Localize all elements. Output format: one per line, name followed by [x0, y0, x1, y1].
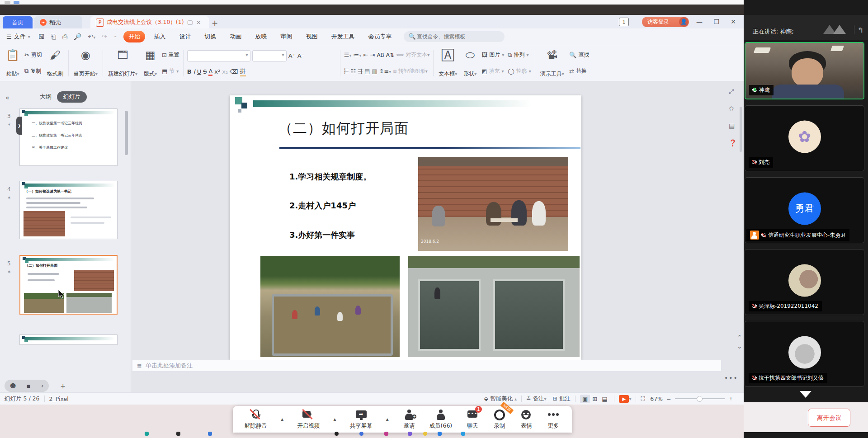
panel-collapse-handle[interactable]: ❯ [16, 117, 22, 135]
indent-icon[interactable]: ⇥ [370, 52, 375, 58]
print-preview-icon[interactable]: 🔎 [74, 33, 81, 41]
new-tab-button[interactable]: + [212, 19, 218, 28]
to-smartart-button[interactable]: ⧈ 转智能图形▾ [393, 67, 427, 75]
add-slide-button[interactable]: ＋ [59, 381, 67, 391]
sorter-view-icon[interactable]: ⊞ [590, 395, 599, 403]
align-text-button[interactable]: ⟺ 对齐文本▾ [396, 51, 429, 59]
search-input[interactable] [404, 31, 505, 42]
share-options-icon[interactable]: ▲ [386, 417, 389, 422]
layout-button[interactable]: ▦版式▾ [141, 47, 160, 79]
fill-button[interactable]: ◩填充▾ [481, 67, 504, 75]
video-options-icon[interactable]: ▲ [333, 417, 336, 422]
subscript-button[interactable]: x₂ [222, 68, 228, 75]
beautify-button[interactable]: ⬙ 智能美化 ▴ [484, 395, 517, 403]
slide-thumbnail-3[interactable]: 一、脱贫攻坚第一书记三年经历 二、脱贫攻坚第一书记三年体会 三、关于基层工作建议 [19, 108, 118, 166]
zoom-percent[interactable]: 67% [650, 396, 663, 402]
members-button[interactable]: 成员(66) [429, 409, 453, 430]
bullets-icon[interactable]: ☰▾ [344, 52, 352, 58]
present-tools-button[interactable]: 📽演示工具▾ [537, 47, 567, 79]
zoom-out-icon[interactable]: − [666, 396, 671, 402]
tab-transition[interactable]: 切换 [199, 31, 221, 42]
grow-font-icon[interactable]: A⁺ [288, 52, 296, 59]
outline-tab[interactable]: 大纲 [40, 93, 52, 101]
textbox-button[interactable]: 🄰文本框▾ [435, 47, 460, 79]
distribute-icon[interactable]: ▥ [372, 68, 377, 75]
notes-toggle[interactable]: ≚ 备注▾ [526, 395, 546, 403]
notes-bar[interactable]: ≣ 单击此处添加备注 [132, 360, 722, 372]
invite-button[interactable]: ＋ 邀请 [402, 409, 416, 430]
play-options-icon[interactable]: ▾ [629, 396, 631, 401]
back-arrow-icon[interactable]: ↰ [858, 26, 863, 34]
arrange-button[interactable]: ⧉排列▾ [508, 51, 531, 59]
canvas-scrollbar[interactable] [740, 107, 742, 152]
mic-options-icon[interactable]: ▲ [281, 417, 284, 422]
line-spacing-icon[interactable]: ⇕≡▾ [379, 68, 392, 75]
video-tile-5[interactable]: 抗干扰第四支部书记刘又僖 [745, 321, 864, 387]
redo-icon[interactable]: ↷ [102, 33, 107, 41]
emoji-face-icon[interactable]: ☻ [10, 382, 16, 389]
tab-review[interactable]: 审阅 [275, 31, 297, 42]
outline-button[interactable]: ◯轮廓▾ [508, 67, 531, 75]
video-tile-speaker[interactable]: 神鹰 [745, 42, 864, 99]
text-direction-button[interactable]: A⇅ [386, 52, 394, 58]
new-slide-button[interactable]: 🗔新建幻灯片▾ [105, 47, 141, 79]
panel-scrollbar[interactable] [125, 111, 128, 155]
taskbar-app-icon[interactable] [145, 432, 149, 436]
tab-document[interactable]: P 成电交流线上会议（3.10）(1) 🖵 ✕ [90, 16, 209, 28]
minimize-button[interactable]: — [695, 17, 704, 26]
slide-thumbnail-4[interactable]: （一）如何被选派为第一书记 [19, 181, 118, 239]
format-painter-button[interactable]: 🖌格式刷 [44, 47, 66, 79]
start-video-button[interactable]: 开启视频 [297, 409, 320, 430]
bold-button[interactable]: B [187, 68, 192, 75]
zoom-knob[interactable] [697, 396, 703, 402]
slides-tab[interactable]: 幻灯片 [57, 91, 87, 103]
tab-member[interactable]: 会员专享 [363, 31, 396, 42]
emoji-button[interactable]: 表情 [519, 409, 533, 430]
align-right-icon[interactable]: ⇶ [358, 68, 363, 75]
dark-square-icon[interactable]: ▪ [27, 382, 31, 389]
taskbar-app-icon[interactable] [438, 432, 442, 436]
fit-window-icon[interactable]: ⛶ [641, 395, 645, 402]
italic-button[interactable]: I [193, 68, 195, 75]
slide-thumbnail-5-selected[interactable]: （二）如何打开局面 [19, 255, 118, 315]
quickbar-more-icon[interactable]: ⌄ [113, 33, 117, 41]
taskbar-app-icon[interactable] [335, 432, 339, 436]
theme-name[interactable]: 2_Pixel [49, 396, 69, 402]
prev-slide-icon[interactable]: ⌃ [737, 334, 742, 341]
leave-meeting-button[interactable]: 离开会议 [808, 409, 850, 427]
zoom-slider[interactable] [675, 398, 725, 399]
star-tool-icon[interactable]: ✩ [729, 105, 734, 112]
shape-button[interactable]: ⬭形状▾ [460, 47, 480, 79]
pinyin-button[interactable]: 拼 [240, 67, 246, 76]
save-icon[interactable]: 🖫 [38, 33, 45, 41]
justify-icon[interactable]: ▤ [364, 68, 370, 75]
more-dots-icon[interactable]: ••• [724, 374, 738, 381]
close-button[interactable]: ✕ [729, 17, 738, 26]
zoom-in-icon[interactable]: ＋ [728, 395, 734, 403]
slide-canvas[interactable]: （二）如何打开局面 1.学习相关规章制度。 2.走村入户145户 3.办好第一件… [230, 95, 581, 360]
taskbar-app-icon[interactable] [384, 432, 388, 436]
change-case-button[interactable]: AB [377, 52, 384, 58]
reading-view-icon[interactable]: ⬓ [599, 395, 609, 403]
print-icon[interactable]: ⎙ [62, 33, 67, 41]
replace-button[interactable]: ⇄替换 [569, 67, 589, 75]
collapse-left-icon[interactable]: ‹ [41, 382, 43, 389]
more-button[interactable]: 更多 [547, 409, 560, 430]
underline-button[interactable]: U [197, 68, 202, 75]
file-menu[interactable]: ☰ 文件 ▾ [6, 33, 30, 41]
section-button[interactable]: ⬒节▾ [162, 67, 179, 75]
guest-login-button[interactable]: 访客登录 👤 [642, 17, 689, 27]
tab-view[interactable]: 视图 [301, 31, 322, 42]
clear-format-icon[interactable]: ⌫ [230, 68, 238, 75]
normal-view-icon[interactable]: ▣ [580, 395, 590, 403]
taskbar-app-icon[interactable] [408, 432, 412, 436]
find-button[interactable]: 🔍查找 [569, 51, 589, 59]
video-tile-2[interactable]: ✿ 刘亮 [745, 105, 864, 171]
undo-icon[interactable]: ↶▾ [88, 33, 96, 41]
reset-button[interactable]: ⊡重置 [162, 51, 179, 59]
play-from-page-button[interactable]: ◉当页开始▾ [71, 47, 101, 79]
tab-insert[interactable]: 插入 [149, 31, 170, 42]
cut-button[interactable]: ✂剪切 [24, 51, 42, 59]
paste-button[interactable]: 📋粘贴▾ [3, 47, 23, 79]
present-monitor-icon[interactable]: 🖵 [188, 19, 193, 26]
